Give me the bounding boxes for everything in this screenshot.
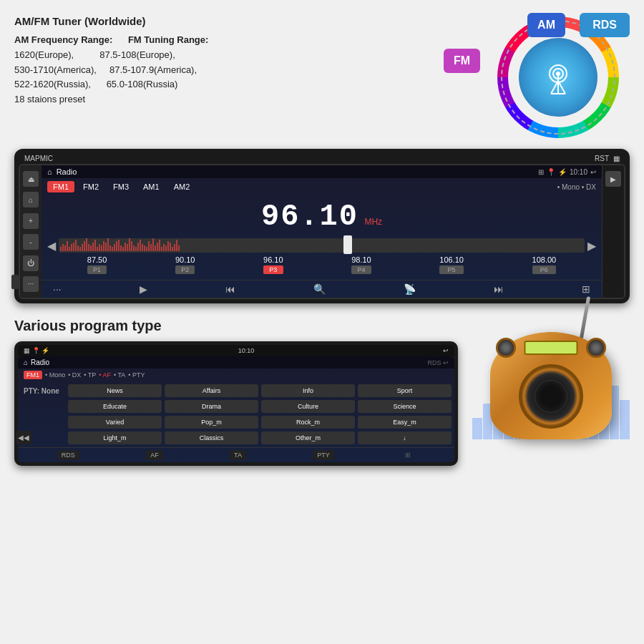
device-top-bar: MAP MIC RST ▦ [19,153,625,164]
d2-tp: • TP [84,371,96,379]
btn-culture[interactable]: Culture [261,400,355,413]
left-side-controls: ⏏ ⌂ + - ⏻ ··· [20,165,42,298]
d2-grid-icon[interactable]: ⊞ [401,450,415,460]
btn-other[interactable]: Other_m [261,431,355,444]
d2-pty-btn[interactable]: PTY [313,450,334,460]
preset-1[interactable]: 87.50 P1 [87,255,107,274]
tab-fm2[interactable]: FM2 [77,181,104,192]
preset-2[interactable]: 90.10 P2 [175,255,195,274]
radio-device-bottom: ▦ 📍 ⚡ 10:10 ↩ ⌂ Radio RDS ↩ FM1 • Mono [14,341,458,466]
btn-easy[interactable]: Easy_m [358,416,452,429]
home-btn[interactable]: ⌂ [23,192,39,208]
d2-program-grid: News Affairs Info Sport Educate Drama Cu… [68,384,452,444]
tuner-bar: ◀ [42,238,602,253]
menu-dots-btn[interactable]: ··· [53,283,62,295]
d2-top-label: ▦ 📍 ⚡ [24,347,49,354]
d2-tabs-row: FM1 • Mono • DX • TP • AF • TA • PTY [18,369,454,381]
prev-btn[interactable]: ⏮ [225,283,235,295]
btn-news[interactable]: News [68,384,162,397]
d2-header: ⌂ Radio RDS ↩ [18,356,454,369]
am-range-3: 522-1620(Russia), [14,79,91,89]
btn-sport[interactable]: Sport [358,384,452,397]
btn-science[interactable]: Science [358,400,452,413]
preset-3[interactable]: 96.10 P3 [263,255,283,274]
d2-af-btn[interactable]: AF [146,450,163,460]
d2-title: Radio [31,358,49,366]
btn-rock[interactable]: Rock_m [261,416,355,429]
top-section: AM/FM Tuner (Worldwide) AM Frequency Ran… [0,0,644,149]
search-btn[interactable]: 🔍 [313,283,326,295]
radio-right-knob [586,338,606,358]
d2-af: • AF [99,371,111,379]
power-btn[interactable]: ⏻ [23,255,39,271]
fm-badge: FM [444,49,480,73]
preset-6[interactable]: 108.00 P6 [532,255,557,274]
fm-range-3: 65.0-108(Russia) [107,79,178,89]
vol-up-btn[interactable]: + [23,213,39,229]
map-label: MAP [24,155,40,162]
preset-5[interactable]: 106.10 P5 [439,255,464,274]
tuner-left-arrow[interactable]: ◀ [47,239,56,253]
play-btn[interactable]: ▶ [140,283,147,295]
btn-info[interactable]: Info [261,384,355,397]
tuner-right-arrow[interactable]: ▶ [587,239,596,253]
eject-btn[interactable]: ⏏ [23,171,39,187]
d2-time: 10:10 [238,347,255,354]
am-range-2: 530-1710(America), [14,64,97,75]
btn-varied[interactable]: Varied [68,416,162,429]
frequency-number: 96.10 [261,200,358,234]
tab-am2[interactable]: AM2 [168,181,196,192]
tab-fm1[interactable]: FM1 [47,181,74,192]
tab-fm3[interactable]: FM3 [107,181,135,192]
frequency-unit: MHz [364,217,382,227]
right-btn-1[interactable]: ▶ [605,171,621,187]
stations-preset: 18 staions preset [14,92,429,107]
radio-tabs-row: FM1 FM2 FM3 AM1 AM2 • Mono • DX [42,178,602,195]
home-icon: ⌂ [47,167,52,176]
tuner-track[interactable] [59,238,585,253]
d2-ta-btn[interactable]: TA [230,450,246,460]
d2-rds-btn[interactable]: RDS [57,450,79,460]
fm-range-2: 87.5-107.9(America), [109,64,197,75]
d2-mono: • Mono [45,371,65,379]
btn-light[interactable]: Light_m [68,431,162,444]
screen-header-top: ⌂ Radio ⊞ 📍 ⚡ 10:10 ↩ [42,165,602,178]
am-badge: AM [527,13,565,37]
btn-pop[interactable]: Pop_m [165,416,258,429]
device2-screen: ⌂ Radio RDS ↩ FM1 • Mono • DX • TP • AF … [18,356,454,462]
equalizer-btn[interactable]: ⊞ [582,283,590,295]
menu-btn[interactable]: ··· [23,276,39,292]
btn-drama[interactable]: Drama [165,400,258,413]
tuner-title: AM/FM Tuner (Worldwide) [14,13,429,30]
d2-prev-btn[interactable]: ◀◀ [16,431,31,444]
btn-scroll-down[interactable]: ↓ [358,431,452,444]
d2-tab-fm1[interactable]: FM1 [24,371,42,379]
vol-down-btn[interactable]: - [23,234,39,250]
next-btn[interactable]: ⏭ [494,283,504,295]
d2-ta: • TA [114,371,125,379]
tab-am1[interactable]: AM1 [137,181,165,192]
bottom-left-panel: Various program type ▦ 📍 ⚡ 10:10 ↩ ⌂ Rad… [14,318,458,466]
specs-panel: AM/FM Tuner (Worldwide) AM Frequency Ran… [14,13,429,142]
signal-circle [501,20,615,135]
btn-affairs[interactable]: Affairs [165,384,258,397]
svg-line-6 [558,81,565,94]
radio-badges-panel: FM AM RDS [444,13,630,142]
screen-content-top: ⌂ Radio ⊞ 📍 ⚡ 10:10 ↩ FM1 FM2 FM3 AM1 AM… [42,165,602,298]
presets-row: 87.50 P1 90.10 P2 96.10 P3 98.10 P4 106.… [42,253,602,277]
radio-scan-btn[interactable]: 📡 [404,283,416,295]
back-icon[interactable]: ↩ [590,168,596,176]
app-icon: ⊞ [538,168,544,176]
mono-dx-indicator: • Mono • DX [557,183,596,191]
sd-icon: ▦ [613,155,620,162]
radio-body [490,332,612,439]
header-left: ⌂ Radio [47,167,77,176]
d2-pty: • PTY [128,371,145,379]
btn-classics[interactable]: Classics [165,431,258,444]
frequency-display: 96.10 MHz [42,195,602,238]
d2-back[interactable]: ↩ [443,347,449,354]
usb-port [11,275,19,289]
rst-label: RST [595,155,609,162]
preset-4[interactable]: 98.10 P4 [351,255,371,274]
btn-educate[interactable]: Educate [68,400,162,413]
